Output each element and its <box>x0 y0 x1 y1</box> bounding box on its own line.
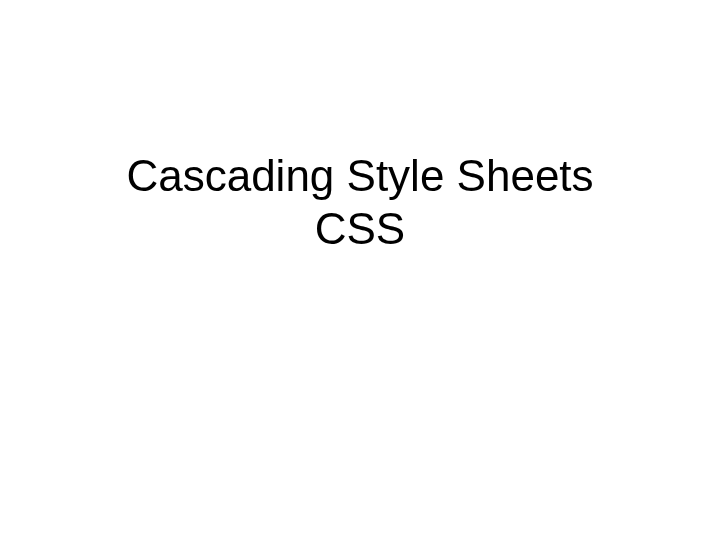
slide-title-line1: Cascading Style Sheets <box>0 150 720 203</box>
slide-title-line2: CSS <box>0 203 720 256</box>
slide: Cascading Style Sheets CSS <box>0 0 720 540</box>
